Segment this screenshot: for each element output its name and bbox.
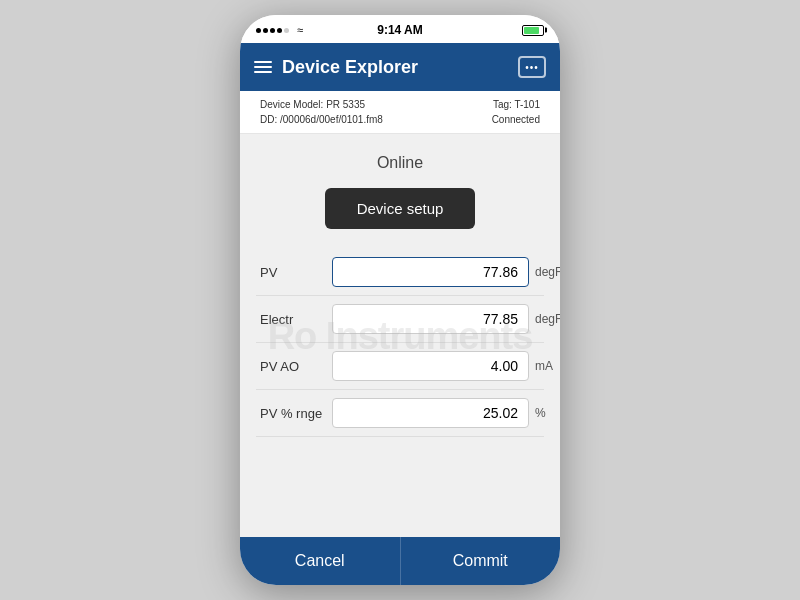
dot-5 [284, 28, 289, 33]
dot-3 [270, 28, 275, 33]
chat-icon-button[interactable]: ••• [518, 56, 546, 78]
model-value: PR 5335 [326, 99, 365, 110]
hamburger-icon[interactable] [254, 61, 272, 73]
field-unit: % [535, 406, 560, 420]
model-label: Device Model: [260, 99, 323, 110]
field-input[interactable] [332, 304, 529, 334]
tag-label: Tag: [493, 99, 512, 110]
table-row: ElectrdegF [256, 296, 544, 343]
field-input-wrap: mA [332, 351, 560, 381]
field-unit: mA [535, 359, 560, 373]
dot-4 [277, 28, 282, 33]
bottom-bar: Cancel Commit [240, 537, 560, 585]
field-input[interactable] [332, 257, 529, 287]
dot-2 [263, 28, 268, 33]
field-input-wrap: degF [332, 257, 560, 287]
table-row: PVdegF [256, 249, 544, 296]
header-title: Device Explorer [282, 57, 418, 78]
device-model-line: Device Model: PR 5335 [260, 97, 383, 112]
field-input[interactable] [332, 351, 529, 381]
field-unit: degF [535, 265, 560, 279]
signal-dots [256, 28, 289, 33]
device-info-right: Tag: T-101 Connected [492, 97, 540, 127]
commit-button[interactable]: Commit [401, 537, 561, 585]
signal-area: ≈ [256, 24, 303, 36]
dd-value: /00006d/00ef/0101.fm8 [280, 114, 383, 125]
dd-line: DD: /00006d/00ef/0101.fm8 [260, 112, 383, 127]
battery-area [522, 25, 544, 36]
status-time: 9:14 AM [377, 23, 423, 37]
status-line: Connected [492, 112, 540, 127]
device-info-left: Device Model: PR 5335 DD: /00006d/00ef/0… [260, 97, 383, 127]
tag-line: Tag: T-101 [492, 97, 540, 112]
main-content: Ro Instruments Online Device setup PVdeg… [240, 134, 560, 537]
field-label: Electr [260, 312, 332, 327]
status-bar: ≈ 9:14 AM [240, 15, 560, 43]
field-input-wrap: % [332, 398, 560, 428]
phone-frame: ≈ 9:14 AM Device Explorer ••• Device Mod… [240, 15, 560, 585]
battery-icon [522, 25, 544, 36]
app-header: Device Explorer ••• [240, 43, 560, 91]
field-label: PV AO [260, 359, 332, 374]
cancel-button[interactable]: Cancel [240, 537, 401, 585]
table-row: PV AOmA [256, 343, 544, 390]
wifi-icon: ≈ [297, 24, 303, 36]
online-label: Online [377, 154, 423, 172]
device-setup-button[interactable]: Device setup [325, 188, 476, 229]
connection-status: Connected [492, 114, 540, 125]
header-left: Device Explorer [254, 57, 418, 78]
battery-fill [524, 27, 539, 34]
fields-container: PVdegFElectrdegFPV AOmAPV % rnge% [256, 249, 544, 437]
tag-value: T-101 [514, 99, 540, 110]
dot-1 [256, 28, 261, 33]
field-unit: degF [535, 312, 560, 326]
field-input[interactable] [332, 398, 529, 428]
field-label: PV % rnge [260, 406, 332, 421]
device-info-bar: Device Model: PR 5335 DD: /00006d/00ef/0… [240, 91, 560, 134]
field-label: PV [260, 265, 332, 280]
dots-icon: ••• [525, 62, 539, 73]
table-row: PV % rnge% [256, 390, 544, 437]
dd-label: DD: [260, 114, 277, 125]
field-input-wrap: degF [332, 304, 560, 334]
